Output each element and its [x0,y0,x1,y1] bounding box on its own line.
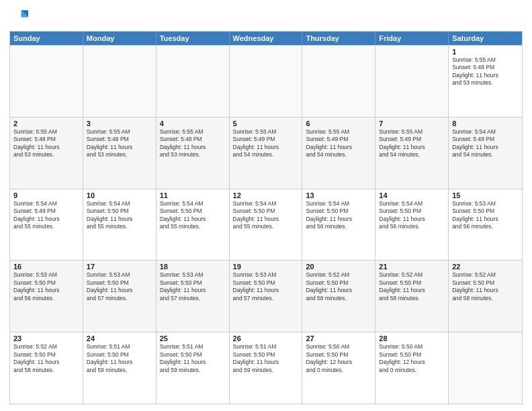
header-day-saturday: Saturday [449,32,522,45]
day-number: 7 [379,120,445,128]
cell-info: Sunrise: 5:53 AM Sunset: 5:50 PM Dayligh… [452,200,519,231]
cal-row-1: 1Sunrise: 5:55 AM Sunset: 5:48 PM Daylig… [10,45,522,117]
header-day-tuesday: Tuesday [157,32,230,45]
cell-info: Sunrise: 5:55 AM Sunset: 5:49 PM Dayligh… [306,128,371,159]
cal-cell: 17Sunrise: 5:53 AM Sunset: 5:50 PM Dayli… [83,261,157,332]
cal-cell [10,46,83,117]
cell-info: Sunrise: 5:50 AM Sunset: 5:50 PM Dayligh… [306,343,371,374]
header [9,7,523,26]
logo-icon [9,7,28,26]
cell-info: Sunrise: 5:55 AM Sunset: 5:48 PM Dayligh… [160,128,226,159]
cell-info: Sunrise: 5:54 AM Sunset: 5:50 PM Dayligh… [87,200,152,231]
header-day-wednesday: Wednesday [230,32,303,45]
cell-info: Sunrise: 5:52 AM Sunset: 5:50 PM Dayligh… [379,271,445,302]
day-number: 25 [160,334,226,342]
day-number: 21 [379,263,445,271]
cal-cell: 24Sunrise: 5:51 AM Sunset: 5:50 PM Dayli… [83,332,157,404]
cal-cell: 1Sunrise: 5:55 AM Sunset: 5:48 PM Daylig… [449,46,522,117]
calendar-header: SundayMondayTuesdayWednesdayThursdayFrid… [10,32,522,45]
day-number: 2 [13,120,79,128]
day-number: 20 [306,263,371,271]
cal-cell [83,46,157,117]
cell-info: Sunrise: 5:55 AM Sunset: 5:49 PM Dayligh… [379,128,445,159]
cell-info: Sunrise: 5:52 AM Sunset: 5:50 PM Dayligh… [306,271,371,302]
day-number: 18 [160,263,226,271]
cal-cell [449,332,522,404]
day-number: 16 [13,263,79,271]
day-number: 27 [306,334,371,342]
cell-info: Sunrise: 5:50 AM Sunset: 5:50 PM Dayligh… [379,343,445,374]
cal-cell: 12Sunrise: 5:54 AM Sunset: 5:50 PM Dayli… [230,189,303,261]
cal-cell: 13Sunrise: 5:54 AM Sunset: 5:50 PM Dayli… [302,189,375,261]
cal-cell [157,46,230,117]
day-number: 24 [87,334,152,342]
cell-info: Sunrise: 5:54 AM Sunset: 5:50 PM Dayligh… [379,200,445,231]
day-number: 19 [233,263,299,271]
cal-cell: 4Sunrise: 5:55 AM Sunset: 5:48 PM Daylig… [157,118,230,189]
cal-cell: 6Sunrise: 5:55 AM Sunset: 5:49 PM Daylig… [302,118,375,189]
cal-cell [302,46,375,117]
cal-row-3: 9Sunrise: 5:54 AM Sunset: 5:49 PM Daylig… [10,189,522,261]
cell-info: Sunrise: 5:54 AM Sunset: 5:50 PM Dayligh… [160,200,226,231]
cal-row-4: 16Sunrise: 5:53 AM Sunset: 5:50 PM Dayli… [10,260,522,332]
cell-info: Sunrise: 5:53 AM Sunset: 5:50 PM Dayligh… [233,271,299,302]
cal-cell: 7Sunrise: 5:55 AM Sunset: 5:49 PM Daylig… [375,118,449,189]
cal-cell: 18Sunrise: 5:53 AM Sunset: 5:50 PM Dayli… [157,261,230,332]
day-number: 22 [452,263,519,271]
cell-info: Sunrise: 5:55 AM Sunset: 5:48 PM Dayligh… [87,128,152,159]
header-day-friday: Friday [375,32,449,45]
cal-cell: 2Sunrise: 5:55 AM Sunset: 5:48 PM Daylig… [10,118,83,189]
cal-cell: 20Sunrise: 5:52 AM Sunset: 5:50 PM Dayli… [302,261,375,332]
cell-info: Sunrise: 5:55 AM Sunset: 5:48 PM Dayligh… [13,128,79,159]
cell-info: Sunrise: 5:53 AM Sunset: 5:50 PM Dayligh… [13,271,79,302]
day-number: 10 [87,191,152,199]
day-number: 5 [233,120,299,128]
day-number: 8 [452,120,519,128]
cell-info: Sunrise: 5:51 AM Sunset: 5:50 PM Dayligh… [233,343,299,374]
cal-cell [375,46,449,117]
day-number: 6 [306,120,371,128]
cal-cell: 27Sunrise: 5:50 AM Sunset: 5:50 PM Dayli… [302,332,375,404]
cell-info: Sunrise: 5:54 AM Sunset: 5:49 PM Dayligh… [452,128,519,159]
cell-info: Sunrise: 5:53 AM Sunset: 5:50 PM Dayligh… [87,271,152,302]
cal-cell: 5Sunrise: 5:55 AM Sunset: 5:49 PM Daylig… [230,118,303,189]
cal-cell [230,46,303,117]
day-number: 15 [452,191,519,199]
page: SundayMondayTuesdayWednesdayThursdayFrid… [0,0,532,411]
cell-info: Sunrise: 5:55 AM Sunset: 5:49 PM Dayligh… [233,128,299,159]
header-day-sunday: Sunday [10,32,83,45]
logo [9,7,31,26]
day-number: 4 [160,120,226,128]
calendar: SundayMondayTuesdayWednesdayThursdayFrid… [9,31,523,404]
day-number: 11 [160,191,226,199]
header-day-thursday: Thursday [302,32,375,45]
cal-cell: 16Sunrise: 5:53 AM Sunset: 5:50 PM Dayli… [10,261,83,332]
cal-cell: 8Sunrise: 5:54 AM Sunset: 5:49 PM Daylig… [449,118,522,189]
day-number: 14 [379,191,445,199]
cell-info: Sunrise: 5:55 AM Sunset: 5:48 PM Dayligh… [452,56,519,87]
cal-cell: 19Sunrise: 5:53 AM Sunset: 5:50 PM Dayli… [230,261,303,332]
calendar-body: 1Sunrise: 5:55 AM Sunset: 5:48 PM Daylig… [10,45,522,404]
cal-cell: 22Sunrise: 5:52 AM Sunset: 5:50 PM Dayli… [449,261,522,332]
cell-info: Sunrise: 5:53 AM Sunset: 5:50 PM Dayligh… [160,271,226,302]
cal-cell: 9Sunrise: 5:54 AM Sunset: 5:49 PM Daylig… [10,189,83,261]
day-number: 13 [306,191,371,199]
day-number: 3 [87,120,152,128]
cell-info: Sunrise: 5:54 AM Sunset: 5:50 PM Dayligh… [306,200,371,231]
cell-info: Sunrise: 5:52 AM Sunset: 5:50 PM Dayligh… [452,271,519,302]
cal-cell: 28Sunrise: 5:50 AM Sunset: 5:50 PM Dayli… [375,332,449,404]
cal-row-5: 23Sunrise: 5:52 AM Sunset: 5:50 PM Dayli… [10,332,522,404]
day-number: 23 [13,334,79,342]
day-number: 1 [452,48,519,56]
cal-cell: 23Sunrise: 5:52 AM Sunset: 5:50 PM Dayli… [10,332,83,404]
cell-info: Sunrise: 5:52 AM Sunset: 5:50 PM Dayligh… [13,343,79,374]
header-day-monday: Monday [83,32,157,45]
cell-info: Sunrise: 5:51 AM Sunset: 5:50 PM Dayligh… [87,343,152,374]
day-number: 28 [379,334,445,342]
cal-cell: 3Sunrise: 5:55 AM Sunset: 5:48 PM Daylig… [83,118,157,189]
cal-cell: 25Sunrise: 5:51 AM Sunset: 5:50 PM Dayli… [157,332,230,404]
cell-info: Sunrise: 5:54 AM Sunset: 5:49 PM Dayligh… [13,200,79,231]
cell-info: Sunrise: 5:51 AM Sunset: 5:50 PM Dayligh… [160,343,226,374]
day-number: 17 [87,263,152,271]
cal-cell: 11Sunrise: 5:54 AM Sunset: 5:50 PM Dayli… [157,189,230,261]
